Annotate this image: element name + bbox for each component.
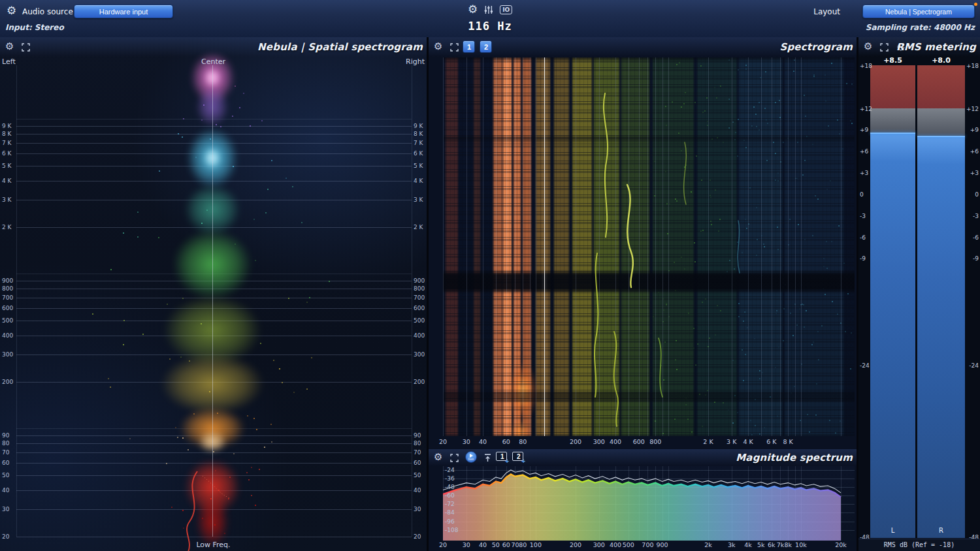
freq-tick-label-right: 2 K: [414, 224, 423, 230]
center-position-line: [212, 65, 213, 537]
freq-tick-label-right: 90: [414, 432, 421, 439]
magnitude-spectrum-chart: [443, 466, 855, 541]
axis-tick-label: 200: [570, 438, 581, 445]
low-freq-label: Low Freq.: [0, 541, 427, 549]
freq-tick-label-left: 60: [2, 460, 9, 466]
freq-tick-label-right: 8 K: [414, 131, 423, 137]
spectrogram-view-2-button[interactable]: 2: [480, 40, 492, 53]
freq-tick-label-left: 800: [2, 285, 13, 292]
speckle: [175, 427, 176, 428]
live-button[interactable]: live: [465, 451, 477, 463]
axis-tick-label: 3 K: [727, 438, 736, 445]
freq-tick-label-left: 80: [2, 440, 9, 447]
magnitude-panel-title: Magnitude spectrum: [736, 452, 853, 464]
spectrogram-view-1-button[interactable]: 1: [463, 40, 475, 53]
speckle: [273, 360, 274, 361]
meter-gray-zone: [870, 108, 915, 133]
io-icon[interactable]: IO: [500, 5, 512, 14]
freq-tick-label-right: 7 K: [414, 140, 423, 146]
spatial-spectrogram-plot[interactable]: Low Freq. 9 K9 K8 K8 K7 K7 K6 K6 K5 K5 K…: [0, 37, 427, 551]
rms-panel-header: ⚙ RMS metering: [858, 37, 980, 57]
spectrogram-panel-header: ⚙ 1 2 Spectrogram: [429, 37, 857, 57]
audio-source-label: Audio source: [22, 7, 73, 16]
freq-tick-label-left: 400: [2, 332, 13, 339]
speckle: [267, 189, 269, 190]
axis-tick-label: 80: [519, 541, 527, 548]
layout-label: Layout: [813, 7, 840, 16]
spectrogram-plot[interactable]: [443, 57, 855, 436]
speckle: [309, 297, 310, 298]
curve-2-label: 2: [517, 453, 521, 460]
speckle: [282, 382, 283, 383]
freq-tick-label-right: 500: [414, 317, 425, 324]
rms-scale-label-left: 0: [860, 191, 864, 198]
partial-traces: [443, 57, 855, 436]
audio-source-gear-icon[interactable]: ⚙: [7, 5, 16, 16]
rms-footer: RMS dB (Ref = -18): [858, 539, 980, 551]
rms-metering-panel: ⚙ RMS metering +8.5 +8.0 L R +18+18+12+1…: [858, 37, 980, 551]
channel-label-left: L: [870, 527, 915, 534]
magnitude-curve-2-button[interactable]: 2 +: [512, 452, 523, 461]
rms-scale-label-right: -9: [973, 255, 979, 262]
add-curve-2-icon[interactable]: +: [521, 458, 525, 465]
freq-tick-label-left: 9 K: [2, 123, 12, 129]
audio-analyzer-app: ⚙ Audio source Hardware input Input: Ste…: [0, 0, 980, 551]
magnitude-spectrum-plot[interactable]: -24-36-48-60-72-84-96-108: [443, 466, 855, 541]
rms-scale-label-left: -9: [860, 255, 866, 262]
axis-tick-label: 2k: [704, 541, 712, 548]
axis-tick-label: 60: [502, 541, 510, 548]
speckle: [215, 470, 216, 471]
speckle: [264, 447, 265, 448]
spatial-settings-gear-icon[interactable]: ⚙: [5, 42, 14, 52]
spatial-panel-title: Nebula | Spatial spectrogram: [257, 41, 423, 53]
freq-tick-label-right: 3 K: [414, 197, 423, 203]
axis-tick-label: 4k: [744, 541, 752, 548]
freq-tick-label-left: 5 K: [2, 163, 12, 169]
rms-scale-label-right: +3: [970, 170, 979, 176]
axis-tick-label: 5k: [757, 541, 765, 548]
rms-scale-label-left: +12: [860, 106, 872, 112]
center-channel-label: Center: [0, 57, 427, 66]
freq-tick-label-right: 200: [414, 379, 425, 385]
freq-tick-label-left: 40: [2, 487, 9, 494]
display-settings-gear-icon[interactable]: ⚙: [468, 4, 478, 15]
rms-fullscreen-icon[interactable]: [880, 43, 889, 52]
rms-scale-label-right: +18: [966, 63, 979, 69]
frequency-readout: 116 Hz: [468, 20, 512, 33]
hardware-input-button[interactable]: Hardware input: [74, 5, 173, 18]
center-toolbar: ⚙ IO: [468, 4, 512, 15]
freq-tick-label-right: 4 K: [414, 178, 423, 184]
speckle: [137, 236, 139, 238]
spectrogram-fullscreen-icon[interactable]: [450, 43, 459, 52]
layout-preset-button[interactable]: Nebula | Spectrogram: [862, 5, 975, 18]
axis-tick-label: 10k: [795, 541, 807, 548]
meter-red-zone: [917, 65, 965, 108]
axis-tick-label: 300: [593, 541, 605, 548]
axis-tick-label: 4 K: [743, 438, 753, 445]
axis-tick-label: 900: [657, 541, 668, 548]
db-tick-label: -24: [445, 467, 455, 473]
speckle: [189, 360, 190, 362]
spectrogram-panel-title: Spectrogram: [779, 41, 853, 53]
add-curve-1-icon[interactable]: +: [505, 458, 509, 465]
speckle: [329, 281, 330, 282]
curve-1-label: 1: [500, 453, 504, 460]
spectrogram-settings-gear-icon[interactable]: ⚙: [434, 42, 442, 52]
peak-hold-icon[interactable]: [483, 453, 492, 462]
speckle: [220, 126, 221, 127]
speckle: [253, 219, 255, 220]
spatial-spectrogram-panel: ⚙ Nebula | Spatial spectrogram Left Cent…: [0, 37, 427, 551]
speckle: [292, 186, 293, 187]
rms-scale-label-left: +9: [860, 127, 868, 133]
meter-fill: [917, 136, 965, 538]
magnitude-panel-header: ⚙ live 1 + 2 +: [429, 449, 857, 466]
speckle: [248, 479, 250, 480]
axis-tick-label: 3k: [728, 541, 736, 548]
spatial-fullscreen-icon[interactable]: [22, 43, 30, 52]
magnitude-curve-1-button[interactable]: 1 +: [496, 452, 507, 461]
magnitude-settings-gear-icon[interactable]: ⚙: [434, 452, 442, 462]
sliders-icon[interactable]: [483, 5, 494, 15]
rms-settings-gear-icon[interactable]: ⚙: [864, 42, 872, 52]
magnitude-fullscreen-icon[interactable]: [450, 454, 459, 462]
axis-tick-label: 6k: [768, 541, 776, 548]
